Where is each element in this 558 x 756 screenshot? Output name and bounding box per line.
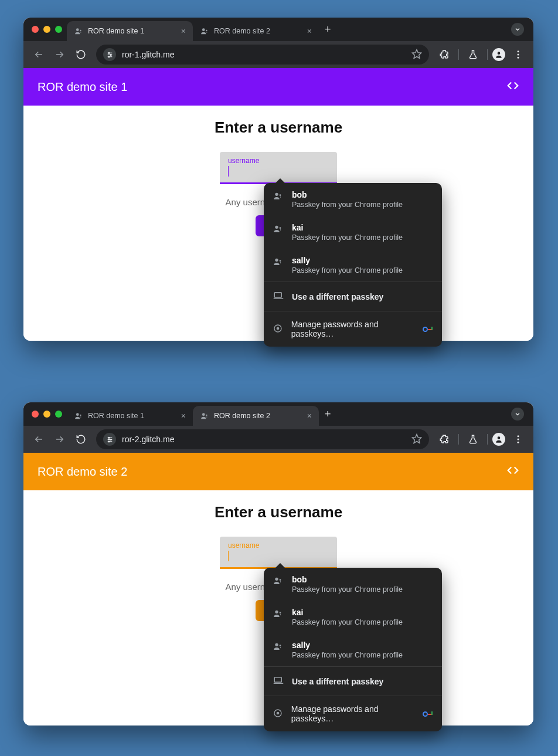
- passkey-user-icon: [273, 608, 284, 620]
- svg-point-26: [277, 327, 280, 330]
- passkey-favicon-icon: [200, 411, 209, 421]
- svg-point-53: [277, 711, 280, 714]
- star-icon[interactable]: [411, 49, 422, 61]
- chrome-top: ROR demo site 1 × ROR demo site 2 × +: [23, 402, 533, 453]
- close-window-button[interactable]: [32, 411, 39, 418]
- page-content: ROR demo site 1 Enter a username usernam…: [23, 68, 533, 341]
- google-key-icon: [423, 324, 433, 334]
- svg-point-15: [518, 54, 519, 56]
- kebab-menu-icon[interactable]: [509, 45, 528, 64]
- browser-window-1: ROR demo site 1 × ROR demo site 2 × +: [23, 18, 533, 341]
- svg-point-9: [108, 52, 109, 53]
- app-bar: ROR demo site 1: [23, 68, 533, 106]
- forward-button[interactable]: [50, 430, 69, 449]
- labs-icon[interactable]: [464, 430, 482, 449]
- svg-point-16: [518, 57, 519, 59]
- svg-point-17: [275, 193, 278, 196]
- tab-ror-2[interactable]: ROR demo site 2 ×: [193, 21, 319, 41]
- passkey-favicon-icon: [74, 411, 83, 421]
- svg-point-36: [108, 437, 109, 438]
- tab-close-icon[interactable]: ×: [307, 27, 312, 35]
- device-icon: [273, 290, 284, 303]
- tab-overflow-button[interactable]: [511, 23, 524, 36]
- svg-point-0: [76, 28, 79, 31]
- extensions-icon[interactable]: [435, 430, 454, 449]
- profile-avatar[interactable]: [492, 48, 505, 61]
- svg-point-3: [206, 30, 207, 31]
- window-controls: [28, 26, 67, 33]
- svg-point-42: [518, 439, 519, 440]
- passkey-item-bob[interactable]: bobPasskey from your Chrome profile: [264, 183, 442, 216]
- page-heading: Enter a username: [23, 118, 533, 137]
- google-key-icon: [423, 709, 433, 718]
- chrome-icon: [273, 708, 283, 720]
- minimize-window-button[interactable]: [43, 411, 50, 418]
- manage-passwords[interactable]: Manage passwords and passkeys…: [264, 696, 442, 731]
- svg-rect-50: [274, 677, 281, 682]
- field-label: username: [228, 541, 329, 550]
- star-icon[interactable]: [411, 433, 422, 446]
- tab-close-icon[interactable]: ×: [307, 412, 312, 420]
- svg-marker-39: [413, 434, 421, 443]
- zoom-window-button[interactable]: [55, 411, 62, 418]
- zoom-window-button[interactable]: [55, 26, 62, 33]
- browser-window-2: ROR demo site 1 × ROR demo site 2 × +: [23, 402, 533, 726]
- site-settings-icon[interactable]: [103, 433, 116, 446]
- toolbar-actions: [435, 45, 528, 64]
- svg-point-40: [498, 436, 501, 439]
- labs-icon[interactable]: [464, 45, 482, 64]
- svg-point-27: [76, 413, 79, 416]
- svg-point-11: [108, 56, 109, 57]
- reload-button[interactable]: [72, 430, 90, 449]
- kebab-menu-icon[interactable]: [509, 430, 528, 449]
- passkey-user-icon: [273, 575, 284, 587]
- use-different-passkey[interactable]: Use a different passkey: [264, 667, 442, 696]
- text-caret: [228, 551, 229, 561]
- site-settings-icon[interactable]: [103, 48, 116, 61]
- extensions-icon[interactable]: [435, 45, 454, 64]
- svg-point-13: [498, 52, 501, 55]
- svg-point-37: [110, 439, 111, 440]
- code-icon[interactable]: [506, 79, 519, 95]
- omnibox[interactable]: ror-2.glitch.me: [96, 429, 429, 449]
- tab-ror-2[interactable]: ROR demo site 2 ×: [193, 406, 319, 426]
- svg-point-1: [80, 30, 81, 31]
- minimize-window-button[interactable]: [43, 26, 50, 33]
- forward-button[interactable]: [50, 45, 69, 64]
- svg-point-47: [280, 612, 281, 613]
- passkey-item-sally[interactable]: sallyPasskey from your Chrome profile: [264, 633, 442, 666]
- new-tab-button[interactable]: +: [319, 408, 337, 421]
- tab-ror-1[interactable]: ROR demo site 1 ×: [67, 406, 193, 426]
- reload-button[interactable]: [72, 45, 90, 64]
- svg-point-21: [275, 259, 278, 262]
- svg-point-2: [202, 28, 205, 31]
- profile-avatar[interactable]: [492, 433, 505, 446]
- passkey-item-kai[interactable]: kaiPasskey from your Chrome profile: [264, 601, 442, 633]
- back-button[interactable]: [29, 45, 48, 64]
- svg-point-22: [280, 260, 281, 262]
- passkey-item-kai[interactable]: kaiPasskey from your Chrome profile: [264, 216, 442, 249]
- close-window-button[interactable]: [32, 26, 39, 33]
- app-title: ROR demo site 1: [38, 80, 127, 94]
- url-text: ror-2.glitch.me: [122, 435, 174, 444]
- back-button[interactable]: [29, 430, 48, 449]
- tab-title: ROR demo site 1: [88, 412, 144, 420]
- tab-title: ROR demo site 2: [214, 27, 270, 35]
- tab-overflow-button[interactable]: [511, 408, 524, 421]
- browser-toolbar: ror-1.glitch.me: [23, 41, 533, 68]
- new-tab-button[interactable]: +: [319, 23, 337, 36]
- svg-point-48: [275, 643, 278, 646]
- tab-ror-1[interactable]: ROR demo site 1 ×: [67, 21, 193, 41]
- code-icon[interactable]: [506, 464, 519, 480]
- svg-point-19: [275, 226, 278, 229]
- text-caret: [228, 166, 229, 177]
- passkey-item-sally[interactable]: sallyPasskey from your Chrome profile: [264, 249, 442, 282]
- manage-passwords[interactable]: Manage passwords and passkeys…: [264, 311, 442, 347]
- use-different-passkey[interactable]: Use a different passkey: [264, 282, 442, 311]
- tab-close-icon[interactable]: ×: [181, 412, 186, 420]
- passkey-popover: bobPasskey from your Chrome profile kaiP…: [264, 568, 442, 731]
- passkey-item-bob[interactable]: bobPasskey from your Chrome profile: [264, 568, 442, 601]
- tab-close-icon[interactable]: ×: [181, 27, 186, 35]
- window-controls: [28, 411, 67, 418]
- omnibox[interactable]: ror-1.glitch.me: [96, 45, 429, 65]
